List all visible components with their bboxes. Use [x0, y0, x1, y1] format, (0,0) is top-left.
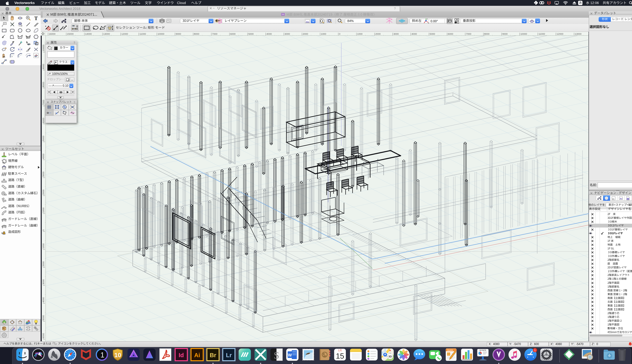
- svg-text:1月: 1月: [338, 349, 342, 352]
- svg-text:Br: Br: [210, 352, 216, 358]
- svg-text:1: 1: [534, 348, 536, 352]
- svg-text:S: S: [274, 350, 279, 361]
- svg-text:10: 10: [114, 352, 121, 358]
- svg-text:W: W: [288, 353, 292, 358]
- svg-text:KEYNOTE: KEYNOTE: [480, 350, 486, 351]
- svg-text:Ai: Ai: [194, 352, 200, 358]
- svg-text:PAGES: PAGES: [447, 349, 453, 351]
- svg-text:1: 1: [100, 351, 104, 359]
- svg-text:15: 15: [336, 352, 344, 360]
- svg-text:Id: Id: [178, 352, 184, 358]
- svg-text:Lr: Lr: [226, 352, 232, 358]
- svg-text:3D: 3D: [388, 355, 392, 358]
